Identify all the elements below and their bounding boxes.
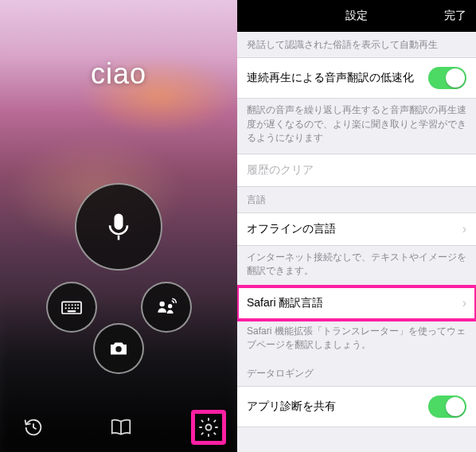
row-app-diagnostics[interactable]: アプリ診断を共有 (237, 386, 476, 427)
switch-diagnostics[interactable] (428, 396, 466, 418)
footer-safari: Safari 機能拡張「トランスレーター」を使ってウェブページを翻訳しましょう。 (237, 320, 476, 360)
history-button[interactable] (16, 410, 51, 445)
settings-screen: 設定 完了 発話して認識された俗語を表示して自動再生 連続再生による音声翻訳の低… (237, 0, 476, 452)
svg-point-2 (65, 304, 67, 306)
svg-rect-0 (115, 214, 123, 230)
bottom-toolbar (0, 403, 237, 452)
svg-point-3 (68, 304, 70, 306)
microphone-button[interactable] (75, 183, 162, 271)
section-header-logging: データロギング (237, 360, 476, 386)
svg-point-14 (159, 302, 164, 306)
camera-button[interactable] (93, 323, 144, 374)
book-icon (109, 415, 133, 439)
camera-icon (107, 337, 131, 360)
microphone-icon (101, 209, 136, 244)
svg-point-16 (206, 425, 212, 431)
done-button[interactable]: 完了 (444, 9, 466, 23)
svg-point-15 (168, 304, 172, 308)
translated-word: ciao (0, 57, 237, 91)
svg-point-4 (72, 304, 73, 306)
svg-point-6 (77, 304, 79, 306)
svg-point-10 (75, 307, 76, 309)
chevron-right-icon: › (462, 296, 466, 310)
translator-home-screen: ciao (0, 0, 237, 452)
history-icon (22, 416, 45, 438)
settings-button[interactable] (191, 410, 226, 445)
chevron-right-icon: › (462, 222, 466, 236)
keyboard-icon (59, 294, 84, 320)
phrasebook-button[interactable] (103, 410, 139, 445)
section-header-language: 言語 (237, 187, 476, 212)
svg-point-5 (75, 304, 76, 306)
row-safari-language[interactable]: Safari 翻訳言語 › (237, 286, 476, 320)
footer-slow-playback: 翻訳の音声を繰り返し再生すると音声翻訳の再生速度が遅くなるので、より楽に聞き取り… (237, 99, 476, 153)
section-header-profanity: 発話して認識された俗語を表示して自動再生 (237, 32, 476, 57)
svg-point-13 (115, 346, 122, 353)
row-clear-history[interactable]: 履歴のクリア (237, 154, 476, 187)
row-slow-playback[interactable]: 連続再生による音声翻訳の低速化 (237, 57, 476, 99)
conversation-button[interactable] (141, 282, 192, 333)
row-label: Safari 翻訳言語 (247, 296, 323, 310)
svg-point-8 (68, 307, 70, 309)
row-label: 履歴のクリア (247, 163, 314, 177)
switch-slow-playback[interactable] (428, 67, 466, 89)
nav-bar: 設定 完了 (237, 0, 476, 32)
svg-point-7 (65, 307, 67, 309)
keyboard-button[interactable] (46, 282, 97, 333)
row-label: オフラインの言語 (247, 222, 336, 236)
gear-icon (197, 416, 220, 438)
row-label: アプリ診断を共有 (247, 399, 336, 414)
footer-offline: インターネット接続なしで、テキストやイメージを翻訳できます。 (237, 246, 476, 286)
svg-rect-12 (68, 310, 76, 312)
speaker-icon (154, 294, 179, 320)
row-offline-languages[interactable]: オフラインの言語 › (237, 212, 476, 246)
row-label: 連続再生による音声翻訳の低速化 (247, 71, 414, 85)
svg-point-9 (72, 307, 73, 309)
nav-title: 設定 (345, 9, 368, 23)
svg-point-11 (77, 307, 79, 309)
